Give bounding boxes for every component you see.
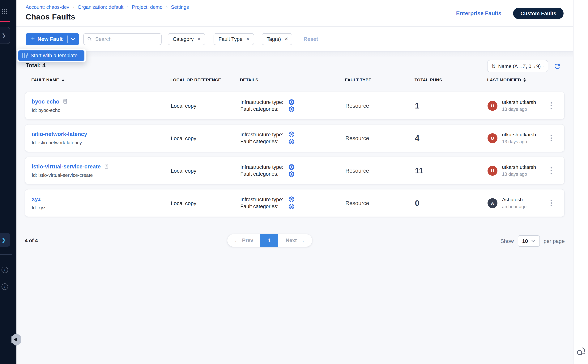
fault-id: Id: istio-network-latency — [32, 140, 171, 145]
enterprise-faults-link[interactable]: Enterprise Faults — [456, 10, 502, 16]
breadcrumb-separator: › — [127, 4, 128, 10]
info-icon[interactable]: i — [1, 266, 8, 273]
sidebar-collapsed-nav-item[interactable]: ❯ — [0, 27, 10, 44]
local-or-reference-value: Local copy — [171, 168, 240, 174]
filter-chip-category[interactable]: Category ✕ — [168, 33, 205, 45]
copy-id-icon[interactable] — [104, 164, 108, 169]
row-menu-button[interactable] — [547, 195, 556, 211]
breadcrumb-organization[interactable]: Organization: default — [78, 4, 124, 10]
app-window: ❯ ❯ i i Account: chaos-dev › Organizatio… — [0, 0, 588, 364]
modified-by-user: utkarsh.utkarsh — [502, 99, 536, 105]
prev-page-button[interactable]: ← Prev — [227, 234, 260, 247]
avatar: U — [488, 166, 497, 176]
row-menu-button[interactable] — [547, 163, 556, 178]
kubernetes-icon — [288, 204, 294, 210]
info-icon[interactable]: i — [1, 283, 8, 290]
row-menu-button[interactable] — [547, 130, 556, 146]
chevron-right-icon: ❯ — [2, 33, 6, 38]
column-header-total-runs: TOTAL RUNS — [415, 78, 487, 82]
sort-arrows-icon: ⇅ — [491, 63, 496, 69]
chat-bubbles-icon — [576, 346, 586, 356]
fault-id: Id: xyz — [32, 205, 171, 210]
column-header-local-or-reference: LOCAL OR REFERENCE — [170, 78, 240, 82]
chevron-down-icon — [71, 38, 75, 40]
current-page-button[interactable]: 1 — [260, 234, 278, 247]
refresh-button[interactable] — [554, 63, 561, 70]
new-fault-dropdown-toggle[interactable] — [68, 33, 79, 45]
next-page-button[interactable]: Next → — [278, 234, 312, 247]
brand-accent-line — [0, 21, 10, 22]
fault-name-link[interactable]: byoc-echo — [32, 98, 59, 104]
local-or-reference-value: Local copy — [171, 103, 240, 109]
fault-categories-label: Fault categories: — [240, 106, 288, 112]
sidebar-expand-button[interactable]: ❯ — [0, 233, 10, 247]
avatar: U — [488, 133, 497, 143]
kubernetes-icon — [288, 171, 294, 177]
fault-name-link[interactable]: istio-virtual-service-create — [32, 163, 101, 169]
page-size-control: Show 10 per page — [500, 235, 565, 247]
close-icon[interactable]: ✕ — [284, 37, 288, 41]
breadcrumb-settings[interactable]: Settings — [171, 4, 189, 10]
menu-item-start-with-template[interactable]: Start with a template — [18, 50, 85, 61]
main-content: Account: chaos-dev › Organization: defau… — [16, 0, 573, 364]
filter-chip-label: Fault Type — [219, 36, 243, 42]
total-runs-value: 11 — [415, 166, 488, 175]
search-input[interactable] — [95, 36, 158, 42]
filter-chip-fault-type[interactable]: Fault Type ✕ — [214, 33, 254, 45]
total-runs-value: 4 — [415, 134, 488, 143]
fault-id: Id: istio-virtual-service-create — [32, 172, 171, 178]
modified-time: 13 days ago — [502, 107, 536, 112]
refresh-icon — [554, 63, 560, 69]
filter-chip-label: Tag(s) — [267, 36, 281, 42]
sort-select[interactable]: ⇅ Name (A→Z, 0→9) — [487, 60, 548, 72]
faults-list-panel: Total: 4 ⇅ Name (A→Z, 0→9) — [16, 52, 573, 364]
reset-filters-link[interactable]: Reset — [304, 36, 318, 42]
chevron-right-icon: ❯ — [1, 237, 6, 242]
new-fault-label: New Fault — [38, 36, 63, 42]
fault-type-value: Resource — [345, 103, 415, 109]
custom-faults-button[interactable]: Custom Faults — [513, 8, 563, 19]
pagination: ← Prev 1 Next → — [227, 234, 312, 247]
avatar: U — [488, 101, 497, 110]
infrastructure-type-label: Infrastructure type: — [240, 99, 288, 105]
pagination-range: 4 of 4 — [25, 238, 38, 243]
fault-name-link[interactable]: istio-network-latency — [32, 131, 87, 137]
kubernetes-icon — [288, 139, 294, 145]
modified-by-user: utkarsh.utkarsh — [502, 132, 536, 137]
app-launcher-icon[interactable] — [1, 9, 7, 14]
fault-type-value: Resource — [345, 135, 415, 141]
chevron-down-icon — [543, 65, 544, 67]
modified-time: 13 days ago — [502, 171, 536, 177]
new-fault-button[interactable]: + New Fault — [26, 33, 79, 45]
close-icon[interactable]: ✕ — [197, 37, 201, 41]
page-header: Account: chaos-dev › Organization: defau… — [16, 0, 573, 27]
column-header-fault-name[interactable]: FAULT NAME — [31, 78, 170, 82]
kubernetes-icon — [288, 99, 294, 105]
close-icon[interactable]: ✕ — [246, 37, 250, 41]
fault-categories-label: Fault categories: — [240, 139, 288, 145]
infrastructure-type-label: Infrastructure type: — [240, 197, 288, 202]
filter-chip-tags[interactable]: Tag(s) ✕ — [262, 33, 293, 45]
column-header-fault-type: FAULT TYPE — [345, 78, 415, 82]
row-menu-button[interactable] — [547, 98, 556, 113]
breadcrumb-separator: › — [72, 4, 74, 10]
page-size-select[interactable]: 10 — [517, 235, 540, 247]
sidebar-divider — [0, 322, 12, 322]
search-field — [83, 33, 162, 45]
support-chat-button[interactable] — [576, 346, 586, 356]
fault-categories-label: Fault categories: — [240, 204, 288, 209]
breadcrumb-project[interactable]: Project: demo — [132, 4, 162, 10]
column-header-last-modified[interactable]: LAST MODIFIED — [487, 78, 549, 82]
modified-time: 13 days ago — [502, 139, 536, 144]
total-runs-value: 0 — [415, 198, 488, 208]
fault-name-link[interactable]: xyz — [32, 196, 41, 202]
breadcrumb-account[interactable]: Account: chaos-dev — [26, 4, 69, 10]
left-sidebar: ❯ ❯ i i — [0, 0, 16, 364]
total-count: Total: 4 — [26, 62, 46, 68]
new-fault-dropdown-menu: Start with a template — [17, 49, 86, 62]
sort-both-icon — [523, 78, 526, 82]
modified-time: an hour ago — [502, 204, 527, 209]
table-row: byoc-echo Id: byoc-echo Local copy — [25, 92, 565, 120]
arrow-right-icon: → — [300, 238, 305, 243]
copy-id-icon[interactable] — [63, 99, 67, 104]
